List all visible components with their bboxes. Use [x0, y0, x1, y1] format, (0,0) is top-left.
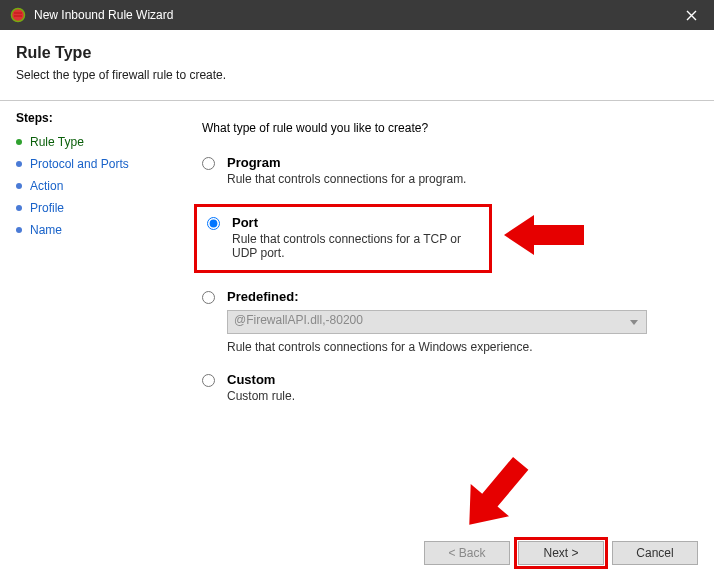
cancel-button[interactable]: Cancel — [612, 541, 698, 565]
firewall-icon — [10, 7, 26, 23]
step-label: Protocol and Ports — [30, 157, 129, 171]
svg-rect-1 — [14, 12, 22, 14]
radio-port[interactable] — [207, 217, 220, 230]
highlight-port-option: Port Rule that controls connections for … — [194, 204, 492, 273]
option-program-desc: Rule that controls connections for a pro… — [227, 172, 684, 186]
option-program[interactable]: Program Rule that controls connections f… — [202, 155, 684, 186]
wizard-content: What type of rule would you like to crea… — [172, 101, 714, 421]
step-protocol-ports[interactable]: Protocol and Ports — [16, 153, 172, 175]
steps-label: Steps: — [16, 111, 172, 125]
page-subtitle: Select the type of firewall rule to crea… — [16, 68, 698, 82]
steps-sidebar: Steps: Rule Type Protocol and Ports Acti… — [0, 101, 172, 421]
step-name[interactable]: Name — [16, 219, 172, 241]
svg-rect-2 — [14, 15, 22, 17]
option-port-label: Port — [232, 215, 479, 230]
step-action[interactable]: Action — [16, 175, 172, 197]
option-predefined-desc: Rule that controls connections for a Win… — [227, 340, 684, 354]
option-port[interactable]: Port Rule that controls connections for … — [207, 215, 479, 260]
option-predefined-label: Predefined: — [227, 289, 684, 304]
step-label: Action — [30, 179, 63, 193]
wizard-header: Rule Type Select the type of firewall ru… — [0, 30, 714, 92]
svg-marker-4 — [460, 454, 530, 534]
option-custom[interactable]: Custom Custom rule. — [202, 372, 684, 403]
annotation-arrow-icon — [504, 210, 584, 260]
step-label: Name — [30, 223, 62, 237]
option-program-label: Program — [227, 155, 684, 170]
predefined-combobox[interactable]: @FirewallAPI.dll,-80200 — [227, 310, 647, 334]
annotation-arrow-icon — [460, 454, 530, 534]
back-button: < Back — [424, 541, 510, 565]
option-predefined[interactable]: Predefined: @FirewallAPI.dll,-80200 Rule… — [202, 289, 684, 354]
question-text: What type of rule would you like to crea… — [202, 121, 684, 135]
page-title: Rule Type — [16, 44, 698, 62]
radio-predefined[interactable] — [202, 291, 215, 304]
svg-marker-3 — [504, 215, 584, 255]
step-label: Profile — [30, 201, 64, 215]
option-port-desc: Rule that controls connections for a TCP… — [232, 232, 479, 260]
close-button[interactable] — [668, 0, 714, 30]
step-label: Rule Type — [30, 135, 84, 149]
title-bar: New Inbound Rule Wizard — [0, 0, 714, 30]
option-custom-desc: Custom rule. — [227, 389, 684, 403]
option-custom-label: Custom — [227, 372, 684, 387]
radio-program[interactable] — [202, 157, 215, 170]
step-profile[interactable]: Profile — [16, 197, 172, 219]
window-title: New Inbound Rule Wizard — [34, 8, 173, 22]
wizard-footer: < Back Next > Cancel — [424, 541, 698, 565]
radio-custom[interactable] — [202, 374, 215, 387]
step-rule-type[interactable]: Rule Type — [16, 131, 172, 153]
next-button[interactable]: Next > — [518, 541, 604, 565]
